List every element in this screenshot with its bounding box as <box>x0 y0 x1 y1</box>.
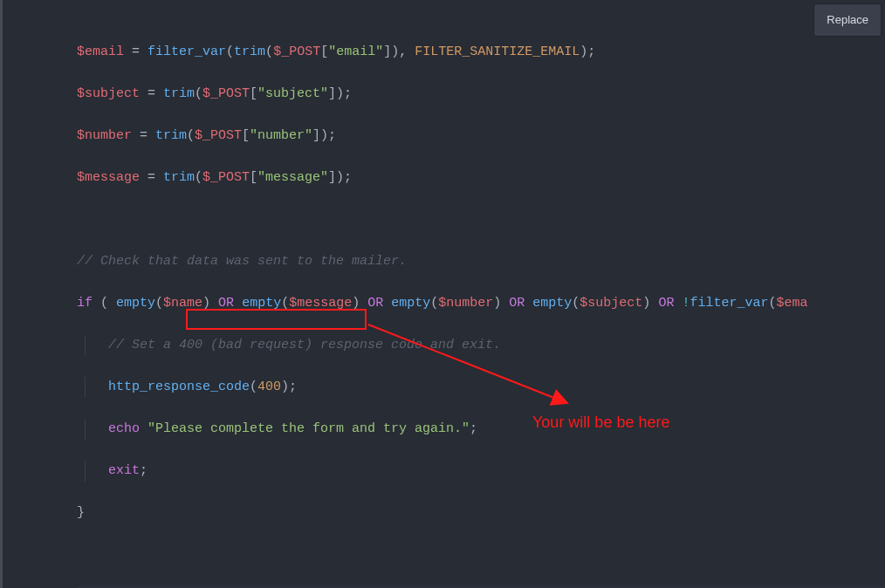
replace-button[interactable]: Replace <box>813 3 882 37</box>
code-line: $message = trim($_POST["message"]); <box>77 168 885 188</box>
gutter <box>0 0 3 588</box>
code-line: $subject = trim($_POST["subject"]); <box>77 84 885 105</box>
code-line <box>77 209 885 230</box>
code-line: $email = filter_var(trim($_POST["email"]… <box>77 42 885 63</box>
code-area[interactable]: $email = filter_var(trim($_POST["email"]… <box>21 0 885 588</box>
code-line: http_response_code(400); <box>77 377 885 398</box>
code-line <box>77 544 885 565</box>
code-line: if ( empty($name) OR empty($message) OR … <box>77 293 885 314</box>
code-line: echo "Please complete the form and try a… <box>77 419 885 440</box>
code-line: $number = trim($_POST["number"]); <box>77 126 885 147</box>
code-line: // Set a 400 (bad request) response code… <box>77 335 885 356</box>
code-line: } <box>77 503 885 523</box>
code-editor[interactable]: $email = filter_var(trim($_POST["email"]… <box>0 0 885 588</box>
code-line: exit; <box>77 461 885 482</box>
code-line: // Check that data was sent to the maile… <box>77 251 885 272</box>
